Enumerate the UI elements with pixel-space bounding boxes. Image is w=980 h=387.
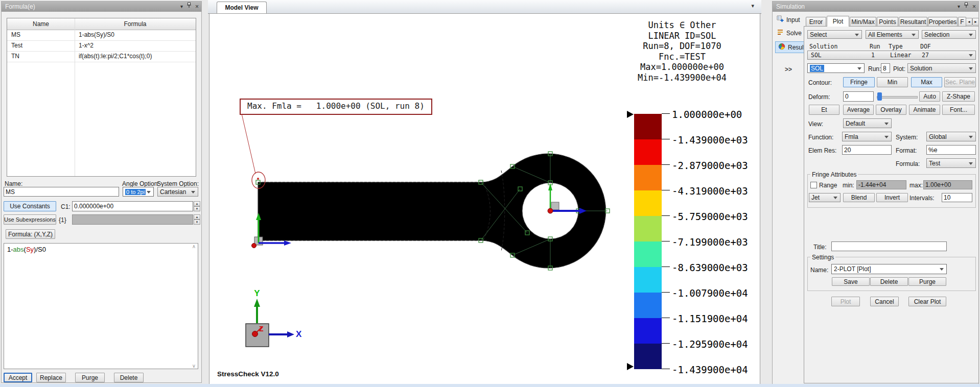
plot-tab-content: Select All Elements Selection Solution R… <box>804 26 979 383</box>
fringe-min-input[interactable] <box>856 180 906 189</box>
spinner-down-icon[interactable]: ▼ <box>194 206 200 211</box>
intervals-input[interactable] <box>942 193 972 202</box>
format-input[interactable] <box>926 145 976 155</box>
model-view-tab[interactable]: Model View <box>217 2 267 14</box>
solution-row-select[interactable]: SOL 1 Linear 27 <box>807 51 976 60</box>
spinner-up-icon[interactable]: ▲ <box>194 214 200 220</box>
tab-scroll-right-icon[interactable]: ► <box>972 18 979 26</box>
scroll-down-icon[interactable]: ∨ <box>192 363 196 369</box>
table-row[interactable]: TN if(abs(t):le:pi/2;C1*cos(t);0) <box>7 51 196 62</box>
et-button[interactable]: Et <box>809 105 839 115</box>
rail-item-input[interactable]: Input <box>777 15 800 24</box>
tab-resultant[interactable]: Resultant <box>899 17 927 27</box>
font-button[interactable]: Font... <box>942 105 975 115</box>
save-button[interactable]: Save <box>832 277 870 286</box>
formula-token: abs <box>13 246 24 253</box>
solution-combo[interactable]: SOL <box>807 63 865 73</box>
panel-close-icon[interactable]: × <box>195 2 199 12</box>
system-label: System: <box>896 134 918 141</box>
overlay-button[interactable]: Overlay <box>876 105 906 115</box>
tab-list-caret-icon[interactable]: ▾ <box>751 3 754 9</box>
formula-select[interactable]: Test <box>926 158 976 168</box>
panel-menu-caret-icon[interactable]: ▾ <box>958 2 960 12</box>
tab-properties[interactable]: Properties <box>928 17 958 27</box>
purge-button[interactable]: Purge <box>75 373 105 382</box>
panel-menu-caret-icon[interactable]: ▾ <box>180 2 183 12</box>
subexpression-spinner[interactable]: ▲ ▼ <box>194 214 200 225</box>
legend-tick-label: 1.000000e+00 <box>672 109 742 120</box>
subexpression-input[interactable] <box>72 214 193 225</box>
function-select[interactable]: Fmla <box>842 132 892 141</box>
formula-editor[interactable]: 1-abs(Sy)/S0 ∧ ∨ <box>4 243 198 369</box>
spinner-up-icon[interactable]: ▲ <box>194 201 200 206</box>
replace-button[interactable]: Replace <box>36 373 66 382</box>
formula-editor-text: 1-abs(Sy)/S0 <box>7 246 46 253</box>
run-input[interactable] <box>881 63 890 73</box>
delete-button[interactable]: Delete <box>114 373 144 382</box>
chevron-down-icon <box>969 34 973 36</box>
max-button[interactable]: Max <box>911 77 942 87</box>
panel-pin-icon[interactable] <box>186 2 192 12</box>
tab-minmax[interactable]: Min/Max <box>850 17 876 27</box>
settings-delete-button[interactable]: Delete <box>870 277 908 286</box>
title-input[interactable] <box>831 241 947 251</box>
formula-table[interactable]: Name Formula MS 1-abs(Sy)/S0 Test 1-x^2 … <box>7 18 196 177</box>
elem-res-input[interactable] <box>842 145 892 155</box>
fringe-button[interactable]: Fringe <box>843 77 875 87</box>
system-option-select[interactable]: Cartesian <box>157 187 198 197</box>
spinner-down-icon[interactable]: ▼ <box>194 220 200 225</box>
invert-button[interactable]: Invert <box>876 193 908 202</box>
plot-type-select[interactable]: Solution <box>907 63 976 73</box>
auto-button[interactable]: Auto <box>919 91 940 102</box>
tab-f-partial[interactable]: F <box>958 17 966 27</box>
col-header-name[interactable]: Name <box>7 18 75 30</box>
select-mode-select[interactable]: Select <box>807 30 862 39</box>
rail-expand-button[interactable]: >> <box>785 66 792 73</box>
use-constants-button[interactable]: Use Constants <box>4 201 56 211</box>
colormap-select[interactable]: Jet <box>809 193 841 202</box>
col-header-formula[interactable]: Formula <box>75 18 196 30</box>
selection-select[interactable]: Selection <box>922 30 976 39</box>
panel-close-icon[interactable]: × <box>972 2 976 12</box>
rail-item-solve[interactable]: Solve <box>777 29 802 37</box>
min-button[interactable]: Min <box>877 77 908 87</box>
deform-slider-thumb[interactable] <box>877 92 882 101</box>
settings-name-select[interactable]: 2-PLOT [Plot] <box>831 264 947 274</box>
legend-tick-label: -1.439000e+03 <box>672 134 748 146</box>
animate-button[interactable]: Animate <box>909 105 940 115</box>
deform-input[interactable] <box>843 91 874 102</box>
cancel-button[interactable]: Cancel <box>870 297 899 306</box>
formula-xyz-button[interactable]: Formula: (X,Y,Z) <box>6 229 55 239</box>
fringe-max-input[interactable] <box>923 180 972 189</box>
accept-button[interactable]: Accept <box>4 373 32 382</box>
view-select[interactable]: Default <box>843 118 892 128</box>
view-label: View: <box>808 120 823 128</box>
tab-points[interactable]: Points <box>877 17 898 27</box>
system-select[interactable]: Global <box>926 132 976 141</box>
chevron-down-icon <box>969 162 973 165</box>
z-shape-button[interactable]: Z-Shape <box>942 91 975 102</box>
scroll-up-icon[interactable]: ∧ <box>192 244 196 249</box>
name-input[interactable] <box>4 187 119 197</box>
formula-panel-titlebar: Formula(e) ▾ × <box>2 2 201 12</box>
tab-scroll-left-icon[interactable]: ◄ <box>966 18 972 26</box>
use-subexpressions-button[interactable]: Use Subexpressions <box>4 214 56 225</box>
clear-plot-button[interactable]: Clear Plot <box>908 297 946 306</box>
tab-plot[interactable]: Plot <box>827 16 849 27</box>
elements-select[interactable]: All Elements <box>866 30 919 39</box>
settings-purge-button[interactable]: Purge <box>908 277 946 286</box>
range-checkbox[interactable] <box>810 182 817 188</box>
panel-pin-icon[interactable] <box>964 2 969 12</box>
table-row[interactable]: MS 1-abs(Sy)/S0 <box>7 30 196 41</box>
legend-band <box>634 241 662 267</box>
tab-error[interactable]: Error <box>806 17 826 27</box>
model-view-canvas[interactable]: Units ∈ Other LINEAR ID=SOL Run=8, DOF=1… <box>209 13 760 385</box>
c1-input[interactable] <box>72 201 193 211</box>
table-row[interactable]: Test 1-x^2 <box>7 40 196 52</box>
average-button[interactable]: Average <box>843 105 874 115</box>
blend-button[interactable]: Blend <box>843 193 875 202</box>
simulation-title: Simulation <box>776 3 805 10</box>
deform-slider-track[interactable] <box>877 96 918 99</box>
c1-spinner[interactable]: ▲ ▼ <box>194 201 200 211</box>
angle-option-select[interactable]: 0 to 2pi <box>123 187 154 197</box>
